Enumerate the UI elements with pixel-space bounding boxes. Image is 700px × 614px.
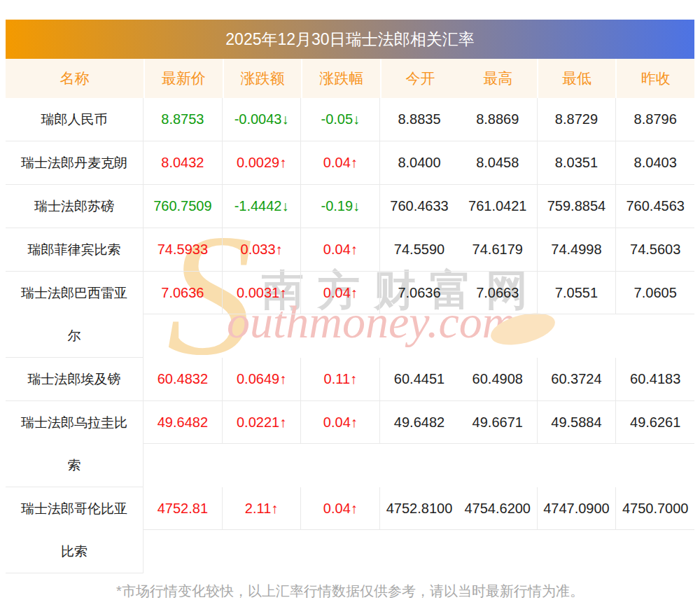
prev-close-cell: 74.5603 xyxy=(615,228,694,271)
change-percent-cell: 0.11↑ xyxy=(300,358,379,400)
prev-close-cell: 8.8796 xyxy=(615,98,694,141)
change-percent-cell: -0.05↓ xyxy=(300,98,379,141)
low-cell: 49.5884 xyxy=(537,401,616,443)
high-cell: 7.0663 xyxy=(458,272,537,314)
table-row: 瑞士法郎丹麦克朗8.04320.0029↑0.04↑8.04008.04588.… xyxy=(6,141,694,185)
change-amount-cell: 0.0649↑ xyxy=(222,358,301,400)
column-header-row: 名称最新价涨跌额涨跌幅今开最高最低昨收 xyxy=(6,59,694,98)
table-row: 瑞士法郎苏磅760.7509-1.4442↓-0.19↓760.4633761.… xyxy=(6,185,694,228)
disclaimer-text: *市场行情变化较快，以上汇率行情数据仅供参考，请以当时最新行情为准。 xyxy=(0,582,700,601)
prev-close-cell: 8.0403 xyxy=(615,141,694,184)
change-amount-cell: 0.033↑ xyxy=(222,228,301,271)
column-header: 昨收 xyxy=(615,59,694,98)
high-cell: 761.0421 xyxy=(458,185,537,228)
prev-close-cell: 49.6261 xyxy=(615,401,694,443)
high-cell: 8.8869 xyxy=(458,98,537,141)
latest-price-cell: 60.4832 xyxy=(144,358,222,400)
high-cell: 8.0458 xyxy=(458,141,537,184)
open-cell: 760.4633 xyxy=(379,185,458,228)
change-amount-cell: 2.11↑ xyxy=(222,487,301,529)
currency-name-cell: 瑞士法郎哥伦比亚比索 xyxy=(6,487,144,573)
change-percent-cell: 0.04↑ xyxy=(300,272,379,314)
currency-name-cell: 瑞士法郎丹麦克朗 xyxy=(6,141,144,184)
table-row: 瑞郎人民币8.8753-0.0043↓-0.05↓8.88358.88698.8… xyxy=(6,98,694,141)
latest-price-cell: 49.6482 xyxy=(144,401,222,443)
low-cell: 7.0551 xyxy=(537,272,616,314)
latest-price-cell: 74.5933 xyxy=(144,228,222,271)
open-cell: 4752.8100 xyxy=(379,487,458,529)
column-header: 涨跌额 xyxy=(223,59,302,98)
column-header: 涨跌幅 xyxy=(301,59,380,98)
currency-name-cell: 瑞士法郎埃及镑 xyxy=(6,358,144,400)
column-header: 最高 xyxy=(459,59,537,98)
empty-cell-area xyxy=(144,314,694,358)
exchange-rate-table: 2025年12月30日瑞士法郎相关汇率 名称最新价涨跌额涨跌幅今开最高最低昨收 … xyxy=(6,20,694,573)
change-amount-cell: 0.0221↑ xyxy=(222,401,301,443)
column-header: 今开 xyxy=(380,59,459,98)
change-percent-cell: -0.19↓ xyxy=(300,185,379,228)
table-row: 瑞士法郎埃及镑60.48320.0649↑0.11↑60.445160.4908… xyxy=(6,358,694,401)
low-cell: 8.0351 xyxy=(537,141,616,184)
open-cell: 60.4451 xyxy=(379,358,458,400)
change-percent-cell: 0.04↑ xyxy=(300,401,379,443)
latest-price-cell: 7.0636 xyxy=(144,272,222,314)
low-cell: 8.8729 xyxy=(537,98,616,141)
latest-price-cell: 8.8753 xyxy=(144,98,222,141)
low-cell: 74.4998 xyxy=(537,228,616,271)
change-percent-cell: 0.04↑ xyxy=(300,487,379,529)
prev-close-cell: 60.4183 xyxy=(615,358,694,400)
high-cell: 74.6179 xyxy=(458,228,537,271)
change-amount-cell: 0.0031↑ xyxy=(222,272,301,314)
currency-name-cell: 瑞士法郎巴西雷亚尔 xyxy=(6,272,144,358)
change-amount-cell: -1.4442↓ xyxy=(222,185,301,228)
open-cell: 8.0400 xyxy=(379,141,458,184)
low-cell: 759.8854 xyxy=(537,185,616,228)
change-percent-cell: 0.04↑ xyxy=(300,141,379,184)
open-cell: 74.5590 xyxy=(379,228,458,271)
latest-price-cell: 4752.81 xyxy=(144,487,222,529)
open-cell: 7.0636 xyxy=(379,272,458,314)
empty-cell-area xyxy=(144,530,694,573)
column-header: 最新价 xyxy=(144,59,223,98)
latest-price-cell: 8.0432 xyxy=(144,141,222,184)
currency-name-cell: 瑞士法郎苏磅 xyxy=(6,185,144,228)
high-cell: 60.4908 xyxy=(458,358,537,400)
low-cell: 4747.0900 xyxy=(537,487,616,529)
open-cell: 8.8835 xyxy=(379,98,458,141)
high-cell: 49.6671 xyxy=(458,401,537,443)
high-cell: 4754.6200 xyxy=(458,487,537,529)
table-title: 2025年12月30日瑞士法郎相关汇率 xyxy=(6,20,694,59)
change-amount-cell: 0.0029↑ xyxy=(222,141,301,184)
table-row: 瑞士法郎巴西雷亚尔7.06360.0031↑0.04↑7.06367.06637… xyxy=(6,272,694,358)
table-body: 瑞郎人民币8.8753-0.0043↓-0.05↓8.88358.88698.8… xyxy=(6,98,694,573)
low-cell: 60.3724 xyxy=(537,358,616,400)
latest-price-cell: 760.7509 xyxy=(144,185,222,228)
table-row: 瑞士法郎乌拉圭比索49.64820.0221↑0.04↑49.648249.66… xyxy=(6,401,694,487)
change-amount-cell: -0.0043↓ xyxy=(222,98,301,141)
prev-close-cell: 7.0605 xyxy=(615,272,694,314)
prev-close-cell: 760.4563 xyxy=(615,185,694,228)
currency-name-cell: 瑞郎菲律宾比索 xyxy=(6,228,144,271)
currency-name-cell: 瑞郎人民币 xyxy=(6,98,144,141)
table-row: 瑞士法郎哥伦比亚比索4752.812.11↑0.04↑4752.81004754… xyxy=(6,487,694,573)
table-row: 瑞郎菲律宾比索74.59330.033↑0.04↑74.559074.61797… xyxy=(6,228,694,272)
open-cell: 49.6482 xyxy=(379,401,458,443)
empty-cell-area xyxy=(144,444,694,487)
column-header: 名称 xyxy=(6,59,144,98)
currency-name-cell: 瑞士法郎乌拉圭比索 xyxy=(6,401,144,487)
column-header: 最低 xyxy=(537,59,616,98)
prev-close-cell: 4750.7000 xyxy=(615,487,694,529)
change-percent-cell: 0.04↑ xyxy=(300,228,379,271)
